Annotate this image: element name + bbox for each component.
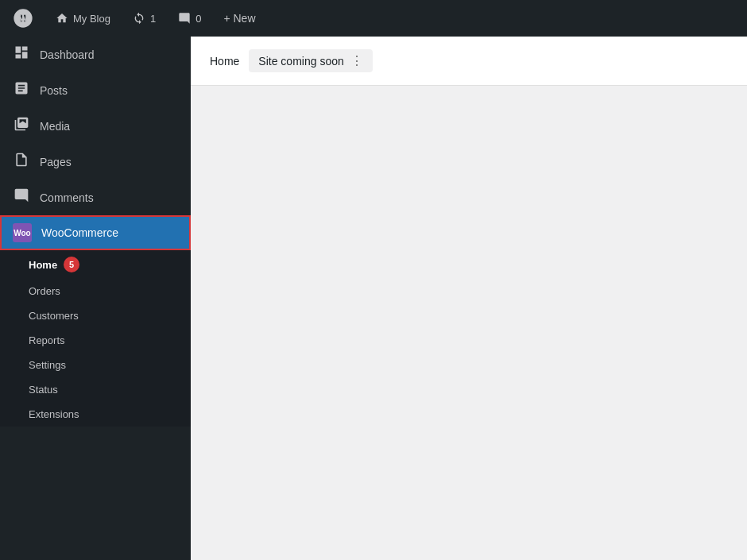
comments-count: 0 — [195, 13, 201, 25]
sidebar-item-dashboard-label: Dashboard — [40, 48, 95, 61]
woo-home-label: Home — [29, 259, 57, 271]
wp-logo-button[interactable]: W — [8, 0, 38, 37]
sidebar-item-media[interactable]: Media — [0, 108, 191, 144]
breadcrumb-home: Home — [210, 55, 239, 68]
sidebar-item-woocommerce[interactable]: Woo WooCommerce — [0, 215, 191, 250]
sidebar-item-woocommerce-label: WooCommerce — [41, 226, 118, 239]
sidebar-item-posts[interactable]: Posts — [0, 72, 191, 108]
site-name-button[interactable]: My Blog — [51, 0, 115, 37]
media-icon — [13, 116, 30, 136]
sidebar-item-posts-label: Posts — [40, 84, 68, 97]
sidebar-item-media-label: Media — [40, 120, 70, 133]
sidebar-item-pages-label: Pages — [40, 156, 72, 168]
main-content: Home Site coming soon ⋮ — [191, 37, 747, 560]
woocommerce-submenu: Home 5 Orders Customers Reports Settings… — [0, 250, 191, 427]
pages-icon — [13, 152, 30, 172]
content-header: Home Site coming soon ⋮ — [191, 37, 747, 86]
woo-status-label: Status — [29, 384, 58, 396]
breadcrumb-chip: Site coming soon ⋮ — [249, 49, 372, 72]
dashboard-icon — [13, 44, 30, 64]
woocommerce-icon: Woo — [13, 223, 32, 242]
woo-home-badge: 5 — [64, 257, 79, 272]
updates-count: 1 — [150, 13, 156, 25]
woo-customers-label: Customers — [29, 310, 79, 322]
woo-submenu-orders[interactable]: Orders — [0, 279, 191, 303]
site-name-label: My Blog — [73, 13, 110, 25]
woo-reports-label: Reports — [29, 334, 65, 346]
woo-submenu-customers[interactable]: Customers — [0, 303, 191, 328]
sidebar: Dashboard Posts Media Pages — [0, 37, 191, 560]
updates-button[interactable]: 1 — [128, 0, 161, 37]
comments-sidebar-icon — [13, 187, 30, 207]
sidebar-item-comments[interactable]: Comments — [0, 180, 191, 215]
breadcrumb-menu-icon[interactable]: ⋮ — [350, 53, 363, 68]
woo-submenu-status[interactable]: Status — [0, 377, 191, 402]
woo-submenu-reports[interactable]: Reports — [0, 328, 191, 353]
admin-bar: W My Blog 1 0 + New — [0, 0, 747, 37]
sidebar-item-dashboard[interactable]: Dashboard — [0, 37, 191, 72]
layout: Dashboard Posts Media Pages — [0, 37, 747, 560]
woo-submenu-home[interactable]: Home 5 — [0, 250, 191, 279]
breadcrumb-current: Site coming soon — [258, 55, 343, 68]
new-content-button[interactable]: + New — [219, 0, 260, 37]
woo-extensions-label: Extensions — [29, 408, 79, 420]
woo-orders-label: Orders — [29, 285, 60, 297]
svg-text:W: W — [18, 13, 28, 24]
woo-submenu-extensions[interactable]: Extensions — [0, 402, 191, 427]
sidebar-item-comments-label: Comments — [40, 191, 94, 204]
content-body — [191, 86, 747, 560]
woo-settings-label: Settings — [29, 359, 66, 371]
comments-button[interactable]: 0 — [173, 0, 206, 37]
woo-submenu-settings[interactable]: Settings — [0, 353, 191, 377]
posts-icon — [13, 80, 30, 100]
new-label: + New — [223, 12, 255, 25]
sidebar-item-pages[interactable]: Pages — [0, 144, 191, 180]
